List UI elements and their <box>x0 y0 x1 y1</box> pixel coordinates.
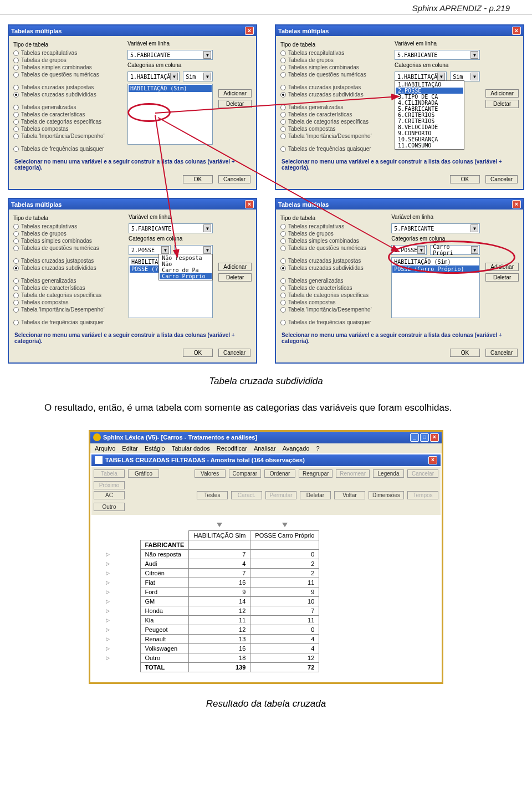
list-item[interactable]: 8.VELOCIDADE <box>396 124 463 130</box>
list-item[interactable]: 2.POSSE <box>396 88 463 94</box>
radio-frequencias[interactable]: Tabelas de frequências quaisquer <box>21 319 104 325</box>
tb-caract[interactable]: Caract. <box>231 491 262 499</box>
ok-button[interactable]: OK <box>183 349 213 357</box>
menu-recodificar[interactable]: Recodificar <box>217 445 247 452</box>
ok-button[interactable]: OK <box>450 175 480 183</box>
radio-categorias[interactable]: Tabela de categorias específicas <box>21 292 101 298</box>
radio-recap[interactable]: Tabelas recapitulativas <box>21 50 77 56</box>
maximize-icon[interactable]: □ <box>420 433 429 442</box>
delete-button[interactable]: Deletar <box>485 100 519 108</box>
dd-sim[interactable]: Sim▼ <box>183 71 213 81</box>
radio-subdivididas[interactable]: Tabelas cruzadas subdivididas <box>288 91 364 98</box>
tb-reagrupar[interactable]: Reagrupar <box>299 469 332 478</box>
dd-fabricante[interactable]: 5.FABRICANTE▼ <box>395 50 480 60</box>
tb-testes[interactable]: Testes <box>197 491 228 499</box>
menu-tabular[interactable]: Tabular dados <box>172 445 210 452</box>
list-item[interactable]: 10.SEGURANÇA <box>396 136 463 142</box>
cancel-button[interactable]: Cancelar <box>485 175 518 183</box>
dd-fabricante[interactable]: 5.FABRICANTE▼ <box>129 223 213 233</box>
list-item[interactable]: POSSE (Carro Próprio) <box>392 265 479 273</box>
radio-categorias[interactable]: Tabela de categorias específicas <box>21 119 101 125</box>
dd-posse[interactable]: 2.POSSE▼ <box>391 245 427 255</box>
dd-habil[interactable]: 1.HABILITAÇÃ▼ <box>127 71 180 81</box>
dd-carro[interactable]: Carro Própri▼ <box>430 245 480 255</box>
listbox[interactable]: HABILITAÇÃO (Sim) <box>127 84 213 145</box>
close-icon[interactable]: × <box>430 433 439 442</box>
tb-comparar[interactable]: Comparar <box>229 469 261 478</box>
close-icon[interactable]: × <box>512 200 521 208</box>
dd-fabricante[interactable]: 5.FABRICANTE▼ <box>127 50 213 60</box>
radio-frequencias[interactable]: Tabelas de frequências quaisquer <box>288 146 371 152</box>
delete-button[interactable]: Deletar <box>218 273 252 282</box>
add-button[interactable]: Adicionar <box>485 263 519 271</box>
menu-analisar[interactable]: Analisar <box>254 445 276 452</box>
radio-compostas[interactable]: Tabelas compostas <box>21 126 69 132</box>
close-icon[interactable]: × <box>245 200 254 208</box>
ok-button[interactable]: OK <box>450 349 480 357</box>
radio-justapostas[interactable]: Tabelas cruzadas justapostas <box>288 84 361 90</box>
add-button[interactable]: Adicionar <box>485 89 519 98</box>
radio-simples[interactable]: Tabelas simples combinadas <box>21 238 92 244</box>
list-item[interactable]: HABILITAÇÃO (Sim) <box>129 85 212 92</box>
radio-grupos[interactable]: Tabelas de grupos <box>288 231 334 237</box>
radio-subdivididas[interactable]: Tabelas cruzadas subdivididas <box>288 265 364 271</box>
tb-tempos[interactable]: Tempos <box>407 491 438 499</box>
list-item[interactable]: 7.CRITERIOS <box>396 118 463 124</box>
radio-compostas[interactable]: Tabelas compostas <box>288 299 336 305</box>
dd-fabricante[interactable]: 5.FABRICANTE▼ <box>391 223 480 233</box>
menu-estagio[interactable]: Estágio <box>145 445 165 452</box>
sort-icon[interactable] <box>217 523 222 527</box>
add-button[interactable]: Adicionar <box>218 263 252 271</box>
radio-categorias[interactable]: Tabela de categorias específicas <box>288 119 369 125</box>
list-item[interactable]: 4.CILINDRADA <box>396 100 463 106</box>
radio-grupos[interactable]: Tabelas de grupos <box>21 231 66 237</box>
tb-voltar[interactable]: Voltar <box>334 491 365 499</box>
radio-generalizadas[interactable]: Tabelas generalizadas <box>21 278 76 284</box>
dropdown-open[interactable]: 1.HABILITAÇÃO 2.POSSE 3.TIPO DE CA 4.CIL… <box>395 80 464 150</box>
tb-renomear[interactable]: Renomear <box>336 469 370 478</box>
dropdown-open-2[interactable]: Não resposta Não Carro de Pa Carro Própr… <box>158 254 213 280</box>
list-item[interactable]: Carro de Pa <box>160 267 212 273</box>
menu-editar[interactable]: Editar <box>122 445 138 452</box>
radio-recap[interactable]: Tabelas recapitulativas <box>21 223 77 229</box>
radio-compostas[interactable]: Tabelas compostas <box>21 299 69 305</box>
radio-impdesemp[interactable]: Tabela 'Importância/Desempenho' <box>288 306 372 313</box>
radio-grupos[interactable]: Tabelas de grupos <box>21 57 66 63</box>
radio-generalizadas[interactable]: Tabelas generalizadas <box>288 104 344 110</box>
radio-simples[interactable]: Tabelas simples combinadas <box>288 64 359 70</box>
cancel-button[interactable]: Cancelar <box>218 175 250 183</box>
tb-valores[interactable]: Valores <box>195 469 226 478</box>
menu-arquivo[interactable]: Arquivo <box>95 445 115 452</box>
radio-simples[interactable]: Tabelas simples combinadas <box>21 64 92 70</box>
list-item[interactable]: 1.HABILITAÇÃO <box>396 81 463 88</box>
tb-dimensoes[interactable]: Dimensões <box>369 491 404 499</box>
tb-ordenar[interactable]: Ordenar <box>264 469 295 478</box>
radio-caracteristicas[interactable]: Tabelas de características <box>21 111 85 117</box>
radio-impdesemp[interactable]: Tabela 'Importância/Desempenho' <box>21 133 105 139</box>
sort-icon[interactable] <box>282 523 288 527</box>
radio-generalizadas[interactable]: Tabelas generalizadas <box>21 104 76 110</box>
radio-grupos[interactable]: Tabelas de grupos <box>288 57 334 63</box>
radio-impdesemp[interactable]: Tabela 'Importância/Desempenho' <box>21 306 105 313</box>
tb-grafico[interactable]: Gráfico <box>128 469 159 478</box>
radio-subdivididas[interactable]: Tabelas cruzadas subdivididas <box>21 265 96 271</box>
menu-help[interactable]: ? <box>316 445 319 452</box>
radio-numericas[interactable]: Tabelas de questões numéricas <box>21 71 99 78</box>
radio-simples[interactable]: Tabelas simples combinadas <box>288 238 359 244</box>
close-icon[interactable]: × <box>512 27 521 35</box>
radio-categorias[interactable]: Tabela de categorias específicas <box>288 292 369 298</box>
tb-cancelar[interactable]: Cancelar <box>407 469 438 478</box>
list-item[interactable]: Carro Próprio <box>160 273 212 279</box>
radio-caracteristicas[interactable]: Tabelas de características <box>21 285 85 291</box>
tb-outro[interactable]: Outro <box>94 503 125 511</box>
radio-generalizadas[interactable]: Tabelas generalizadas <box>288 278 344 284</box>
cancel-button[interactable]: Cancelar <box>485 349 518 357</box>
list-item[interactable]: 9.CONFORTO <box>396 130 463 136</box>
radio-recap[interactable]: Tabelas recapitulativas <box>288 223 344 229</box>
cancel-button[interactable]: Cancelar <box>218 349 250 357</box>
add-button[interactable]: Adicionar <box>218 89 252 98</box>
radio-numericas[interactable]: Tabelas de questões numéricas <box>21 245 99 251</box>
list-item[interactable]: Não <box>160 261 212 267</box>
list-item[interactable]: 11.CONSUMO <box>396 142 463 149</box>
tb-deletar[interactable]: Deletar <box>300 491 331 499</box>
